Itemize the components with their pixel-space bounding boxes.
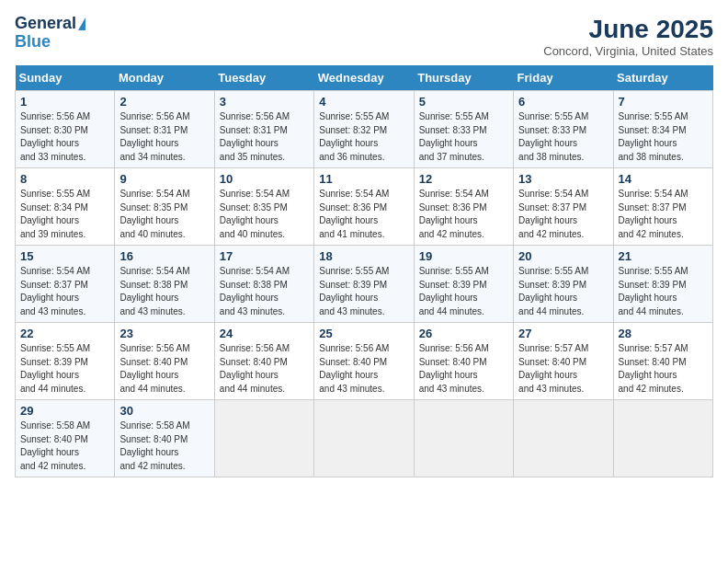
- table-row: 19 Sunrise: 5:55 AMSunset: 8:39 PMDaylig…: [414, 246, 513, 323]
- day-number: 6: [518, 95, 608, 109]
- day-info: Sunrise: 5:55 AMSunset: 8:39 PMDaylight …: [20, 343, 90, 394]
- table-row: 30 Sunrise: 5:58 AMSunset: 8:40 PMDaylig…: [115, 400, 214, 477]
- day-info: Sunrise: 5:54 AMSunset: 8:36 PMDaylight …: [419, 189, 489, 239]
- title-area: June 2025 Concord, Virginia, United Stat…: [543, 15, 713, 58]
- table-row: 23 Sunrise: 5:56 AMSunset: 8:40 PMDaylig…: [115, 323, 214, 400]
- calendar-body: 1 Sunrise: 5:56 AMSunset: 8:30 PMDayligh…: [16, 91, 713, 477]
- day-info: Sunrise: 5:56 AMSunset: 8:31 PMDaylight …: [119, 111, 189, 162]
- day-number: 27: [518, 327, 608, 340]
- day-info: Sunrise: 5:58 AMSunset: 8:40 PMDaylight …: [119, 420, 189, 471]
- day-number: 5: [419, 95, 508, 109]
- day-number: 9: [119, 172, 209, 186]
- day-number: 2: [119, 95, 209, 109]
- table-row: [514, 400, 613, 477]
- day-info: Sunrise: 5:54 AMSunset: 8:38 PMDaylight …: [220, 266, 290, 316]
- day-info: Sunrise: 5:56 AMSunset: 8:40 PMDaylight …: [119, 343, 189, 394]
- table-row: 3 Sunrise: 5:56 AMSunset: 8:31 PMDayligh…: [214, 91, 313, 168]
- day-info: Sunrise: 5:54 AMSunset: 8:37 PMDaylight …: [20, 266, 90, 316]
- day-info: Sunrise: 5:55 AMSunset: 8:34 PMDaylight …: [20, 189, 90, 239]
- table-row: 20 Sunrise: 5:55 AMSunset: 8:39 PMDaylig…: [514, 246, 613, 323]
- table-row: 8 Sunrise: 5:55 AMSunset: 8:34 PMDayligh…: [16, 168, 115, 246]
- table-row: 11 Sunrise: 5:54 AMSunset: 8:36 PMDaylig…: [314, 168, 414, 246]
- day-info: Sunrise: 5:54 AMSunset: 8:36 PMDaylight …: [319, 189, 389, 239]
- day-number: 29: [20, 404, 109, 418]
- table-row: 16 Sunrise: 5:54 AMSunset: 8:38 PMDaylig…: [115, 246, 214, 323]
- calendar-header: Sunday Monday Tuesday Wednesday Thursday…: [16, 65, 713, 91]
- table-row: 6 Sunrise: 5:55 AMSunset: 8:33 PMDayligh…: [514, 91, 613, 168]
- day-info: Sunrise: 5:56 AMSunset: 8:40 PMDaylight …: [419, 343, 489, 394]
- header-saturday: Saturday: [613, 65, 712, 91]
- header-thursday: Thursday: [414, 65, 513, 91]
- day-number: 19: [419, 249, 508, 263]
- day-number: 21: [619, 249, 708, 263]
- calendar-title: June 2025: [543, 15, 713, 44]
- day-number: 30: [119, 404, 209, 418]
- day-info: Sunrise: 5:56 AMSunset: 8:40 PMDaylight …: [220, 343, 290, 394]
- table-row: [613, 400, 712, 477]
- day-info: Sunrise: 5:54 AMSunset: 8:35 PMDaylight …: [220, 189, 290, 239]
- day-number: 3: [220, 95, 309, 109]
- day-number: 26: [419, 327, 508, 340]
- table-row: 26 Sunrise: 5:56 AMSunset: 8:40 PMDaylig…: [414, 323, 513, 400]
- day-number: 1: [20, 95, 109, 109]
- day-number: 22: [20, 327, 109, 340]
- day-info: Sunrise: 5:54 AMSunset: 8:37 PMDaylight …: [619, 189, 688, 239]
- table-row: 5 Sunrise: 5:55 AMSunset: 8:33 PMDayligh…: [414, 91, 513, 168]
- day-info: Sunrise: 5:54 AMSunset: 8:35 PMDaylight …: [119, 189, 189, 239]
- table-row: 2 Sunrise: 5:56 AMSunset: 8:31 PMDayligh…: [115, 91, 214, 168]
- day-info: Sunrise: 5:55 AMSunset: 8:39 PMDaylight …: [619, 266, 688, 316]
- logo-general: General: [15, 15, 76, 33]
- day-number: 23: [119, 327, 209, 340]
- day-number: 15: [20, 249, 109, 263]
- day-info: Sunrise: 5:56 AMSunset: 8:30 PMDaylight …: [20, 111, 90, 162]
- day-number: 7: [619, 95, 708, 109]
- logo: General Blue: [15, 15, 85, 52]
- table-row: 27 Sunrise: 5:57 AMSunset: 8:40 PMDaylig…: [514, 323, 613, 400]
- table-row: 12 Sunrise: 5:54 AMSunset: 8:36 PMDaylig…: [414, 168, 513, 246]
- table-row: 1 Sunrise: 5:56 AMSunset: 8:30 PMDayligh…: [16, 91, 115, 168]
- table-row: [414, 400, 513, 477]
- logo-icon: [78, 17, 85, 30]
- header-monday: Monday: [115, 65, 214, 91]
- day-number: 24: [220, 327, 309, 340]
- table-row: 18 Sunrise: 5:55 AMSunset: 8:39 PMDaylig…: [314, 246, 414, 323]
- day-info: Sunrise: 5:54 AMSunset: 8:38 PMDaylight …: [119, 266, 189, 316]
- table-row: 10 Sunrise: 5:54 AMSunset: 8:35 PMDaylig…: [214, 168, 313, 246]
- day-info: Sunrise: 5:55 AMSunset: 8:33 PMDaylight …: [419, 111, 489, 162]
- day-number: 25: [319, 327, 408, 340]
- day-info: Sunrise: 5:58 AMSunset: 8:40 PMDaylight …: [20, 420, 90, 471]
- day-info: Sunrise: 5:55 AMSunset: 8:39 PMDaylight …: [319, 266, 389, 316]
- table-row: 13 Sunrise: 5:54 AMSunset: 8:37 PMDaylig…: [514, 168, 613, 246]
- day-number: 11: [319, 172, 408, 186]
- header-friday: Friday: [514, 65, 613, 91]
- header-wednesday: Wednesday: [314, 65, 414, 91]
- day-number: 18: [319, 249, 408, 263]
- table-row: 25 Sunrise: 5:56 AMSunset: 8:40 PMDaylig…: [314, 323, 414, 400]
- table-row: 17 Sunrise: 5:54 AMSunset: 8:38 PMDaylig…: [214, 246, 313, 323]
- day-number: 28: [619, 327, 708, 340]
- table-row: 14 Sunrise: 5:54 AMSunset: 8:37 PMDaylig…: [613, 168, 712, 246]
- table-row: [314, 400, 414, 477]
- table-row: 28 Sunrise: 5:57 AMSunset: 8:40 PMDaylig…: [613, 323, 712, 400]
- header-tuesday: Tuesday: [214, 65, 313, 91]
- day-info: Sunrise: 5:54 AMSunset: 8:37 PMDaylight …: [518, 189, 588, 239]
- day-number: 13: [518, 172, 608, 186]
- table-row: 21 Sunrise: 5:55 AMSunset: 8:39 PMDaylig…: [613, 246, 712, 323]
- day-number: 16: [119, 249, 209, 263]
- calendar-table: Sunday Monday Tuesday Wednesday Thursday…: [15, 65, 713, 477]
- day-number: 20: [518, 249, 608, 263]
- day-info: Sunrise: 5:55 AMSunset: 8:33 PMDaylight …: [518, 111, 588, 162]
- header-sunday: Sunday: [16, 65, 115, 91]
- day-number: 12: [419, 172, 508, 186]
- day-number: 4: [319, 95, 408, 109]
- header: General Blue June 2025 Concord, Virginia…: [15, 15, 713, 58]
- day-number: 8: [20, 172, 109, 186]
- day-number: 10: [220, 172, 309, 186]
- table-row: 29 Sunrise: 5:58 AMSunset: 8:40 PMDaylig…: [16, 400, 115, 477]
- table-row: 15 Sunrise: 5:54 AMSunset: 8:37 PMDaylig…: [16, 246, 115, 323]
- table-row: 22 Sunrise: 5:55 AMSunset: 8:39 PMDaylig…: [16, 323, 115, 400]
- table-row: 7 Sunrise: 5:55 AMSunset: 8:34 PMDayligh…: [613, 91, 712, 168]
- day-info: Sunrise: 5:57 AMSunset: 8:40 PMDaylight …: [619, 343, 688, 394]
- day-info: Sunrise: 5:55 AMSunset: 8:32 PMDaylight …: [319, 111, 389, 162]
- table-row: 4 Sunrise: 5:55 AMSunset: 8:32 PMDayligh…: [314, 91, 414, 168]
